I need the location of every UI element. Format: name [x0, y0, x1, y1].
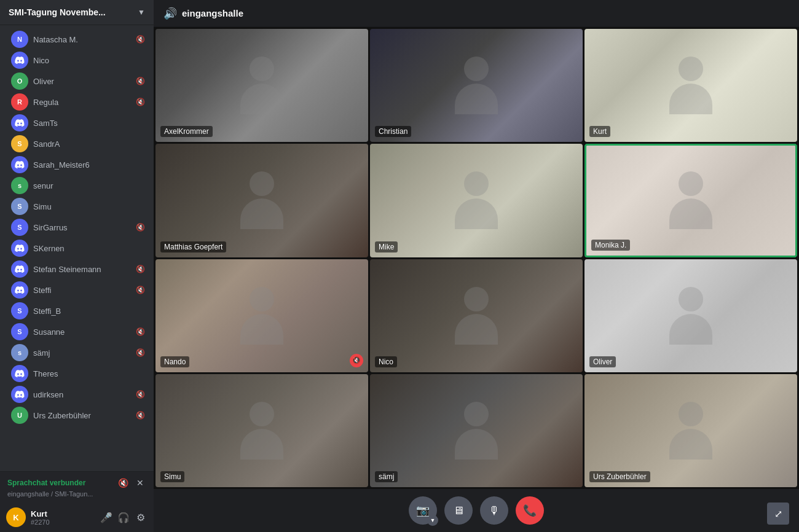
- microphone-icon[interactable]: 🎤: [100, 510, 113, 524]
- microphone-icon: 🎙: [489, 504, 500, 517]
- video-background: [370, 259, 583, 372]
- video-label: Nico: [375, 356, 397, 367]
- sidebar-user-item[interactable]: O Oliver 🔇: [4, 71, 150, 92]
- video-cell[interactable]: Kurt: [584, 29, 797, 142]
- discord-avatar: [11, 156, 28, 173]
- chevron-down-icon: ▼: [427, 515, 438, 526]
- end-call-button[interactable]: 📞: [516, 496, 544, 525]
- sidebar-user-item[interactable]: S Susanne 🔇: [4, 321, 150, 342]
- headphones-icon[interactable]: 🎧: [117, 510, 130, 524]
- sidebar-user-item[interactable]: S SandrA: [4, 133, 150, 154]
- sidebar-user-item[interactable]: Sarah_Meister6: [4, 154, 150, 175]
- sidebar-user-item[interactable]: U Urs Zuberbühler 🔇: [4, 405, 150, 426]
- sidebar-user-item[interactable]: udirksen 🔇: [4, 384, 150, 405]
- video-cell[interactable]: sämj: [370, 374, 583, 487]
- server-name: SMI-Tagung Novembe...: [9, 7, 133, 17]
- sidebar-user-item[interactable]: Steffi 🔇: [4, 280, 150, 300]
- video-cell[interactable]: Christian: [370, 29, 583, 142]
- user-name: sämj: [33, 348, 131, 358]
- mute-voice-icon[interactable]: 🔇: [117, 477, 129, 489]
- user-name: Theres: [33, 369, 145, 378]
- user-name: Oliver: [33, 77, 131, 86]
- video-background: [370, 374, 583, 487]
- user-bar: K Kurt #2270 🎤 🎧 ⚙: [0, 503, 154, 532]
- sidebar: SMI-Tagung Novembe... ▼ N Natascha M. 🔇 …: [0, 0, 154, 532]
- user-name: Natascha M.: [33, 35, 131, 44]
- video-label: Christian: [375, 126, 411, 137]
- chevron-down-icon: ▼: [138, 8, 145, 17]
- video-label: sämj: [375, 471, 398, 482]
- avatar: S: [11, 219, 28, 236]
- disconnect-voice-icon[interactable]: ✕: [134, 477, 146, 489]
- avatar: N: [11, 31, 28, 48]
- video-cell[interactable]: Nando🔇: [155, 259, 368, 372]
- sidebar-user-item[interactable]: s senur: [4, 175, 150, 196]
- discord-avatar: [11, 386, 28, 403]
- expand-button[interactable]: ⤢: [767, 503, 789, 525]
- video-background: [155, 144, 368, 257]
- settings-icon[interactable]: ⚙: [134, 510, 148, 524]
- speaker-icon: 🔊: [163, 7, 177, 20]
- server-header[interactable]: SMI-Tagung Novembe... ▼: [0, 0, 154, 25]
- user-name: Steffi_B: [33, 307, 145, 316]
- muted-icon: 🔇: [136, 390, 145, 399]
- user-bar-name: Kurt: [31, 509, 95, 518]
- screen-share-button[interactable]: 🖥: [444, 496, 473, 525]
- user-bar-tag: #2270: [31, 518, 95, 526]
- video-background: [155, 374, 368, 487]
- person-silhouette: [669, 171, 712, 229]
- muted-icon: 🔇: [136, 77, 145, 85]
- sidebar-user-item[interactable]: SKernen: [4, 238, 150, 259]
- video-label: AxelKrommer: [160, 126, 213, 137]
- video-cell[interactable]: Oliver: [584, 259, 797, 372]
- video-cell[interactable]: Urs Zuberbühler: [584, 374, 797, 487]
- video-cell[interactable]: Nico: [370, 259, 583, 372]
- avatar: K: [6, 507, 26, 527]
- video-background: [586, 146, 795, 255]
- user-name: Regula: [33, 98, 131, 107]
- sidebar-user-item[interactable]: Stefan Steinemann 🔇: [4, 259, 150, 280]
- voice-channel-text: eingangshalle / SMI-Tagun...: [7, 490, 146, 498]
- user-name: SamTs: [33, 119, 145, 128]
- video-label: Nando: [160, 356, 189, 367]
- video-label: Matthias Goepfert: [160, 241, 226, 252]
- video-cell[interactable]: Monika J.: [584, 144, 797, 257]
- avatar: s: [11, 344, 28, 361]
- video-cell[interactable]: Simu: [155, 374, 368, 487]
- muted-icon: 🔇: [136, 411, 145, 420]
- user-name: Nico: [33, 56, 145, 65]
- video-cell[interactable]: AxelKrommer: [155, 29, 368, 142]
- user-name: Susanne: [33, 327, 131, 337]
- sidebar-user-item[interactable]: SamTs: [4, 112, 150, 133]
- video-cell[interactable]: Mike: [370, 144, 583, 257]
- main-header: 🔊 eingangshalle: [154, 0, 799, 27]
- user-list: N Natascha M. 🔇 Nico O Oliver 🔇 R Regula…: [0, 25, 154, 471]
- sidebar-user-item[interactable]: R Regula 🔇: [4, 92, 150, 112]
- sidebar-user-item[interactable]: N Natascha M. 🔇: [4, 29, 150, 50]
- user-name: SKernen: [33, 244, 145, 253]
- sidebar-user-item[interactable]: Nico: [4, 50, 150, 71]
- muted-icon: 🔇: [136, 35, 145, 44]
- discord-avatar: [11, 260, 28, 278]
- video-background: [155, 29, 368, 142]
- end-call-icon: 📞: [523, 504, 537, 517]
- avatar: S: [11, 135, 28, 152]
- sidebar-user-item[interactable]: S SirGarrus 🔇: [4, 217, 150, 238]
- person-silhouette: [455, 287, 498, 345]
- user-name: udirksen: [33, 390, 131, 399]
- video-button[interactable]: 📷 ▼: [409, 496, 437, 525]
- screen-share-icon: 🖥: [453, 504, 464, 517]
- muted-icon: 🔇: [136, 348, 145, 357]
- voice-connected-bar: Sprachchat verbunder 🔇 ✕ eingangshalle /…: [0, 472, 154, 503]
- user-name: SandrA: [33, 139, 145, 149]
- sidebar-user-item[interactable]: S Steffi_B: [4, 300, 150, 321]
- channel-name: eingangshalle: [182, 8, 243, 18]
- user-name: Sarah_Meister6: [33, 160, 145, 170]
- video-cell[interactable]: Matthias Goepfert: [155, 144, 368, 257]
- sidebar-user-item[interactable]: s sämj 🔇: [4, 342, 150, 363]
- discord-avatar: [11, 52, 28, 69]
- sidebar-user-item[interactable]: S Simu: [4, 196, 150, 217]
- microphone-button[interactable]: 🎙: [480, 496, 508, 525]
- sidebar-user-item[interactable]: Theres: [4, 363, 150, 384]
- muted-icon: 🔇: [136, 286, 145, 294]
